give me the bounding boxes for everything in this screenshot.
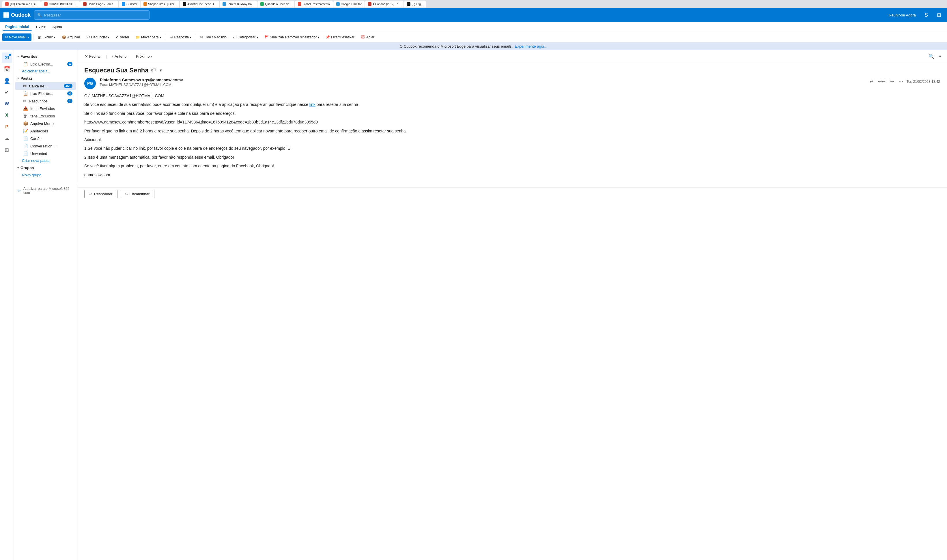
- skype-icon[interactable]: S: [922, 11, 931, 20]
- sidebar-item-lixo-fav[interactable]: 📋 Lixo Eletrôn... 4: [15, 60, 76, 68]
- forward-email-button[interactable]: ↪ Encaminhar: [120, 190, 154, 198]
- topbar: Outlook 🔍 Reunir-se Agora S ⊞: [0, 8, 947, 22]
- search-input[interactable]: [44, 13, 146, 17]
- groups-section[interactable]: ▾ Grupos: [14, 164, 77, 172]
- sidebar-item-archive[interactable]: 📦 Arquivo Morto: [15, 120, 76, 127]
- sidebar-item-deleted[interactable]: 🗑 Itens Excluídos: [15, 112, 76, 120]
- browser-tab-2[interactable]: CURSO INICIANTE...: [41, 1, 80, 8]
- sidebar-item-lixo[interactable]: 📋 Lixo Eletrôn... 4: [15, 90, 76, 97]
- reset-link[interactable]: link: [310, 102, 316, 107]
- prev-button[interactable]: ‹ Anterior: [109, 53, 131, 60]
- email-to: Para: MATHEUSGAVAZZA1@HOTMAIL.COM: [100, 83, 864, 87]
- delay-button[interactable]: ⏰ Adiar: [358, 34, 377, 41]
- inbox-icon: ✉: [23, 84, 26, 88]
- sidebar-item-card[interactable]: 📄 Cartão: [15, 135, 76, 142]
- browser-tab-9[interactable]: Global Rastreamento: [295, 1, 333, 8]
- forward-btn-icon: ↪: [125, 192, 128, 196]
- tag-icon[interactable]: 🏷: [151, 67, 156, 73]
- sidebar-item-notes[interactable]: 📝 Anotações: [15, 127, 76, 135]
- body-line-1: Olá,MATHEUSGAVAZZA1@HOTMAIL.COM: [84, 92, 940, 99]
- side-icons-bar: ✉ 📅 👤 ✔ W X P ☁ ⊞: [0, 50, 14, 560]
- search-box[interactable]: 🔍: [34, 11, 149, 20]
- conversation-icon: 📄: [23, 144, 28, 148]
- zoom-icon[interactable]: 🔍: [927, 52, 935, 60]
- groups-chevron: ▾: [17, 166, 19, 169]
- new-email-caret[interactable]: ▾: [28, 36, 29, 39]
- category-icon: 🏷: [233, 35, 236, 39]
- add-favorites-link[interactable]: Adicionar aos f...: [14, 68, 77, 74]
- reply-all-icon[interactable]: ↩↩: [877, 78, 887, 85]
- browser-tab-8[interactable]: Quando o Povo de...: [257, 1, 294, 8]
- side-icon-onedrive[interactable]: ☁: [2, 133, 12, 144]
- grid-icon: [3, 12, 9, 18]
- reply-action-icon[interactable]: ↩: [868, 78, 875, 85]
- flag-caret: ▾: [318, 36, 319, 39]
- sidebar-item-inbox[interactable]: ✉ Caixa de ... 461: [15, 82, 76, 90]
- read-button[interactable]: ✉ Lido / Não lido: [198, 34, 229, 41]
- menu-item-view[interactable]: Exibir: [33, 24, 48, 30]
- favicon-10: [336, 2, 340, 6]
- report-button[interactable]: 🛡 Denunciar ▾: [84, 34, 112, 41]
- side-icon-people[interactable]: 👤: [2, 75, 12, 86]
- apps-icon[interactable]: ⊞: [934, 11, 944, 20]
- join-now-button[interactable]: Reunir-se Agora: [886, 12, 918, 18]
- subject-caret[interactable]: ▾: [159, 66, 163, 74]
- side-icon-mail[interactable]: ✉: [2, 52, 12, 63]
- reply-email-button[interactable]: ↩ Responder: [84, 190, 117, 198]
- forward-icon[interactable]: ↪: [889, 78, 895, 85]
- browser-tab-6[interactable]: Assistir One Piece D...: [180, 1, 219, 8]
- notification-link[interactable]: Experimente agor...: [515, 44, 548, 48]
- body-line-5: Por favor clique no link em até 2 horas …: [84, 128, 940, 134]
- sidebar-item-conversation[interactable]: 📄 Conversation ...: [15, 142, 76, 150]
- report-icon: 🛡: [86, 35, 90, 39]
- archive-button[interactable]: 📦 Arquivar: [59, 34, 83, 41]
- category-button[interactable]: 🏷 Categorizar ▾: [230, 34, 261, 41]
- reply-caret: ▾: [190, 36, 191, 39]
- browser-tab-5[interactable]: Shopee Brasil | Ofer...: [140, 1, 179, 8]
- close-button[interactable]: ✕ Fechar: [82, 53, 104, 60]
- side-icon-tasks[interactable]: ✔: [2, 87, 12, 97]
- sidebar-item-drafts[interactable]: ✏ Rascunhos 1: [15, 97, 76, 105]
- app-logo: Outlook: [3, 12, 31, 18]
- new-folder-link[interactable]: Criar nova pasta: [14, 157, 77, 164]
- move-button[interactable]: 📁 Mover para ▾: [133, 34, 164, 41]
- favicon-2: [44, 2, 48, 6]
- menu-item-help[interactable]: Ajuda: [50, 24, 65, 30]
- sidebar-item-sent[interactable]: 📤 Itens Enviados: [15, 105, 76, 112]
- body-line-10: gamesow.com: [84, 172, 940, 178]
- favorites-section[interactable]: ▾ Favoritos: [14, 52, 77, 60]
- browser-tab-3[interactable]: Home Page - Bomb...: [80, 1, 119, 8]
- reply-button[interactable]: ↩ Resposta ▾: [168, 34, 194, 41]
- email-subject: Esqueceu Sua Senha: [84, 67, 149, 74]
- browser-tab-11[interactable]: A Cabana (2017) To...: [365, 1, 403, 8]
- sweep-button[interactable]: ✓ Varrer: [113, 34, 132, 41]
- more-icon[interactable]: ⋯: [897, 78, 904, 85]
- browser-tab-7[interactable]: Torrent Blu-Ray Do...: [220, 1, 257, 8]
- menu-item-home[interactable]: Página Inicial: [2, 23, 32, 31]
- archive-icon: 📦: [23, 121, 28, 126]
- browser-tab-4[interactable]: GunStar: [119, 1, 140, 8]
- email-reply-bar: ↩ Responder ↪ Encaminhar: [77, 187, 947, 200]
- browser-tab-10[interactable]: Google Tradutor: [333, 1, 365, 8]
- side-icon-word[interactable]: W: [2, 98, 12, 109]
- side-icon-calendar[interactable]: 📅: [2, 64, 12, 74]
- new-email-button[interactable]: ✉ Novo email ▾: [2, 34, 31, 41]
- side-icon-excel[interactable]: X: [2, 110, 12, 121]
- email-date: Ter, 21/02/2023 13:42: [907, 80, 940, 84]
- folders-section[interactable]: ▾ Pastas: [14, 74, 77, 82]
- new-group-link[interactable]: Novo grupo: [14, 172, 77, 178]
- side-icon-apps[interactable]: ⊞: [2, 145, 12, 155]
- flag-button[interactable]: 🚩 Sinalizar/ Remover sinalizador ▾: [262, 34, 322, 41]
- browser-tab-12[interactable]: (5) Trig...: [404, 1, 426, 8]
- topbar-right: Reunir-se Agora S ⊞: [886, 11, 944, 20]
- favicon-8: [260, 2, 264, 6]
- pin-button[interactable]: 📌 Fixar/Desafixar: [323, 34, 357, 41]
- next-button[interactable]: Próximo ›: [133, 53, 155, 60]
- expand-icon[interactable]: ▾: [938, 52, 942, 60]
- category-caret: ▾: [257, 36, 258, 39]
- side-icon-powerpoint[interactable]: P: [2, 122, 12, 132]
- body-line-6: Adicional:: [84, 137, 940, 143]
- sidebar-item-unwanted[interactable]: 📄 Unwanted: [15, 150, 76, 157]
- browser-tab-1[interactable]: (13) Anatomia e Fisi...: [2, 1, 41, 8]
- delete-button[interactable]: 🗑 Excluir ▾: [35, 34, 58, 41]
